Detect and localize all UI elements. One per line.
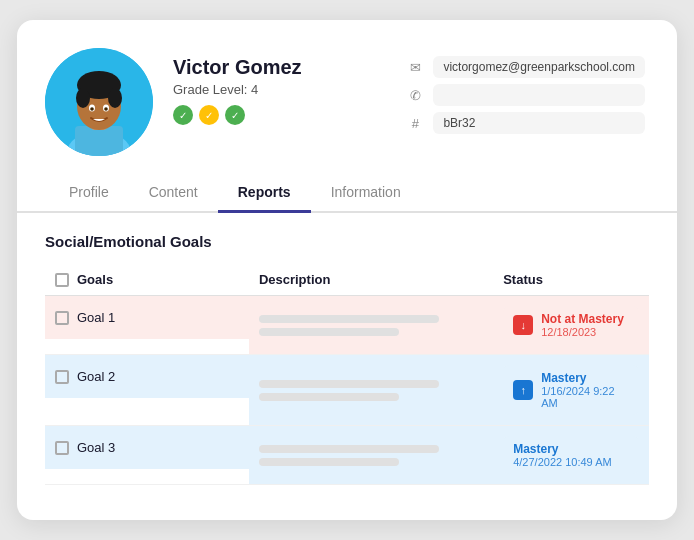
goal-2-cell: Goal 2 (45, 355, 249, 398)
badge-1: ✓ (173, 105, 193, 125)
tab-profile[interactable]: Profile (49, 174, 129, 213)
svg-rect-2 (75, 126, 123, 156)
hash-icon: # (407, 116, 423, 131)
desc-line (259, 328, 399, 336)
status-date-3: 4/27/2022 10:49 AM (513, 456, 611, 468)
col-header-status: Status (493, 264, 649, 296)
status-label-1: Not at Mastery (541, 312, 624, 326)
email-icon: ✉ (407, 60, 423, 75)
badge-2: ✓ (199, 105, 219, 125)
col-header-goals: Goals (45, 264, 249, 296)
table-header-row: Goals Description Status (45, 264, 649, 296)
section-title: Social/Emotional Goals (45, 233, 649, 250)
status-text-3: Mastery 4/27/2022 10:49 AM (513, 442, 611, 468)
svg-point-7 (108, 88, 122, 108)
status-badge-1: ↓ Not at Mastery 12/18/2023 (503, 306, 639, 344)
tab-bar: Profile Content Reports Information (17, 174, 677, 213)
goal-2-name: Goal 2 (77, 369, 115, 384)
goal-1-checkbox[interactable] (55, 311, 69, 325)
id-value: bBr32 (433, 112, 645, 134)
tab-reports[interactable]: Reports (218, 174, 311, 213)
goal-3-status: Mastery 4/27/2022 10:49 AM (493, 426, 649, 485)
status-up-icon: ↑ (513, 380, 533, 400)
email-value: victorgomez@greenparkschool.com (433, 56, 645, 78)
tab-information[interactable]: Information (311, 174, 421, 213)
desc-line (259, 445, 439, 453)
goal-2-desc (249, 355, 493, 426)
student-name: Victor Gomez (173, 56, 387, 79)
badges: ✓ ✓ ✓ (173, 105, 387, 125)
svg-point-10 (90, 107, 94, 111)
status-text-2: Mastery 1/16/2024 9:22 AM (541, 371, 629, 409)
goals-table: Goals Description Status Goal 1 (45, 264, 649, 485)
main-card: Victor Gomez Grade Level: 4 ✓ ✓ ✓ ✉ vict… (17, 20, 677, 520)
desc-line (259, 380, 439, 388)
badge-3: ✓ (225, 105, 245, 125)
status-date-1: 12/18/2023 (541, 326, 624, 338)
status-down-icon: ↓ (513, 315, 533, 335)
desc-line (259, 393, 399, 401)
goal-1-name: Goal 1 (77, 310, 115, 325)
avatar (45, 48, 153, 156)
status-badge-3: Mastery 4/27/2022 10:49 AM (503, 436, 639, 474)
header-checkbox[interactable] (55, 273, 69, 287)
goal-1-status: ↓ Not at Mastery 12/18/2023 (493, 296, 649, 355)
student-header: Victor Gomez Grade Level: 4 ✓ ✓ ✓ ✉ vict… (17, 20, 677, 156)
desc-lines-2 (259, 380, 483, 401)
status-date-2: 1/16/2024 9:22 AM (541, 385, 629, 409)
table-row: Goal 1 ↓ Not at Mastery 12 (45, 296, 649, 355)
desc-line (259, 315, 439, 323)
table-row: Goal 2 ↑ Mastery 1/16/2024 (45, 355, 649, 426)
id-row: # bBr32 (407, 112, 645, 134)
student-info: Victor Gomez Grade Level: 4 ✓ ✓ ✓ (173, 48, 387, 125)
desc-line (259, 458, 399, 466)
desc-lines-1 (259, 315, 483, 336)
goal-2-status: ↑ Mastery 1/16/2024 9:22 AM (493, 355, 649, 426)
goal-3-cell: Goal 3 (45, 426, 249, 469)
col-header-description: Description (249, 264, 493, 296)
contact-info: ✉ victorgomez@greenparkschool.com ✆ # bB… (407, 48, 645, 134)
phone-icon: ✆ (407, 88, 423, 103)
email-row: ✉ victorgomez@greenparkschool.com (407, 56, 645, 78)
status-label-3: Mastery (513, 442, 611, 456)
goal-1-desc (249, 296, 493, 355)
content-area: Social/Emotional Goals Goals Description… (17, 213, 677, 485)
status-label-2: Mastery (541, 371, 629, 385)
tab-content[interactable]: Content (129, 174, 218, 213)
svg-point-6 (76, 88, 90, 108)
goal-3-desc (249, 426, 493, 485)
status-badge-2: ↑ Mastery 1/16/2024 9:22 AM (503, 365, 639, 415)
desc-lines-3 (259, 445, 483, 466)
table-row: Goal 3 Mastery 4/27/2022 10:49 AM (45, 426, 649, 485)
grade-level: Grade Level: 4 (173, 82, 387, 97)
goal-3-name: Goal 3 (77, 440, 115, 455)
goal-3-checkbox[interactable] (55, 441, 69, 455)
goal-1-cell: Goal 1 (45, 296, 249, 339)
status-text-1: Not at Mastery 12/18/2023 (541, 312, 624, 338)
phone-value (433, 84, 645, 106)
phone-row: ✆ (407, 84, 645, 106)
goal-2-checkbox[interactable] (55, 370, 69, 384)
svg-point-11 (104, 107, 108, 111)
